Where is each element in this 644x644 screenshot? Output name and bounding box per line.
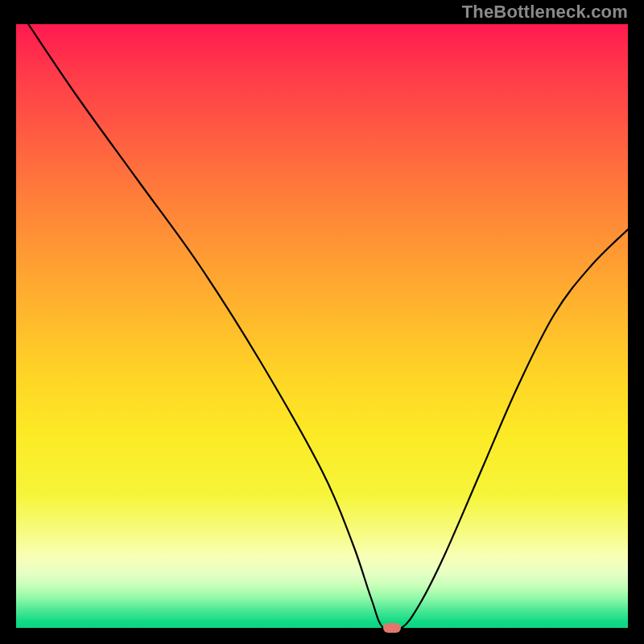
chart-stage: TheBottleneck.com (0, 0, 644, 644)
bottleneck-curve (16, 24, 628, 628)
optimal-marker (383, 623, 401, 633)
watermark-label: TheBottleneck.com (462, 2, 628, 23)
curve-path (28, 24, 628, 628)
plot-area (16, 24, 628, 628)
